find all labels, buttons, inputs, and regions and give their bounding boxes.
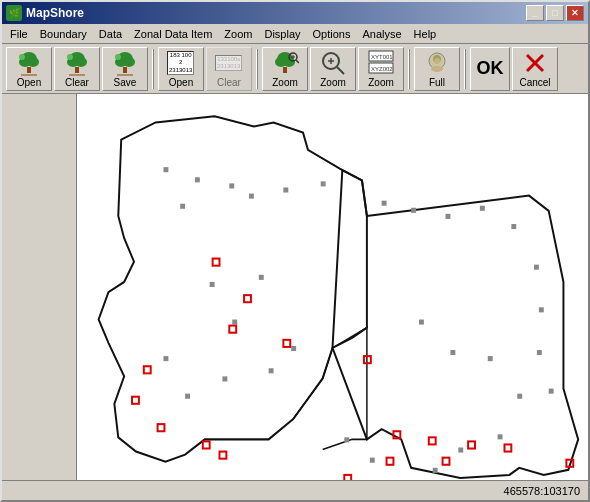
red-square [429,437,436,444]
gray-dot [259,275,264,280]
full-view-icon [423,49,451,77]
zoom-circle-label: Zoom [320,78,346,88]
gray-dot [534,265,539,270]
zonal-open-label: Open [169,78,193,88]
left-panel [2,94,77,480]
minimize-button[interactable]: _ [526,5,544,21]
zoom-circle-button[interactable]: Zoom [310,47,356,91]
gray-dot [163,356,168,361]
menu-analyse[interactable]: Analyse [356,26,407,42]
gray-dot [382,201,387,206]
gray-dot [488,356,493,361]
boundary-save-button[interactable]: Save [102,47,148,91]
menu-file[interactable]: File [4,26,34,42]
close-button[interactable]: ✕ [566,5,584,21]
gray-dot [480,206,485,211]
gray-dot [210,282,215,287]
cancel-button[interactable]: Cancel [512,47,558,91]
gray-dot [539,307,544,312]
map-container [2,94,588,480]
menu-data[interactable]: Data [93,26,128,42]
boundary-clear-button[interactable]: Clear [54,47,100,91]
gray-dot [269,368,274,373]
gray-dot [433,468,438,473]
zonal-open-button[interactable]: 183 100 22313013 Open [158,47,204,91]
tree-clear-icon [63,49,91,77]
svg-point-12 [123,57,135,67]
gray-dot [517,394,522,399]
svg-point-41 [434,58,440,64]
boundary-save-label: Save [114,78,137,88]
menu-help[interactable]: Help [408,26,443,42]
tree-open-icon [15,49,43,77]
gray-dot [291,346,296,351]
gray-dot [283,187,288,192]
boundary-right [333,170,579,478]
separator-4 [464,49,466,89]
coordinates-display: 465578:103170 [504,485,580,497]
zoom-xyz-button[interactable]: XYT001 XYZ002 Zoom [358,47,404,91]
cancel-icon [521,50,549,77]
red-square [283,340,290,347]
menu-options[interactable]: Options [307,26,357,42]
full-view-label: Full [429,78,445,88]
title-buttons: _ □ ✕ [526,5,584,21]
zonal-open-icon: 183 100 22313013 [167,50,195,77]
gray-dot [344,437,349,442]
gray-dot [232,320,237,325]
gray-dot [195,177,200,182]
zoom-in-button[interactable]: Zoom [262,47,308,91]
boundary-clear-label: Clear [65,78,89,88]
boundary-open-label: Open [17,78,41,88]
gray-dot [185,394,190,399]
zoom-xyz-icon: XYT001 XYZ002 [367,49,395,77]
red-square [158,424,165,431]
gray-dot [180,204,185,209]
separator-3 [408,49,410,89]
zonal-clear-label: Clear [217,78,241,88]
red-square [229,326,236,333]
gray-dot [419,320,424,325]
menu-boundary[interactable]: Boundary [34,26,93,42]
red-square [132,397,139,404]
red-square [443,458,450,465]
zonal-clear-button[interactable]: 133100s2313013 Clear [206,47,252,91]
svg-rect-8 [75,67,79,73]
ok-label: OK [477,58,504,79]
gray-dot [458,447,463,452]
map-area[interactable] [77,94,588,480]
svg-point-42 [431,66,443,72]
gray-dot [446,214,451,219]
maximize-button[interactable]: □ [546,5,564,21]
gray-dot [537,350,542,355]
boundary-open-button[interactable]: Open [6,47,52,91]
title-bar: 🌿 MapShore _ □ ✕ [2,2,588,24]
zoom-xyz-label: Zoom [368,78,394,88]
gray-dot [229,183,234,188]
zoom-label: Zoom [272,78,298,88]
full-view-button[interactable]: Full [414,47,460,91]
gray-dot [411,208,416,213]
map-svg [77,94,588,480]
gray-dot [249,194,254,199]
red-square [144,366,151,373]
boundary-divider [293,328,367,450]
menu-zoom[interactable]: Zoom [218,26,258,42]
toolbar: Open Clear [2,44,588,94]
main-window: 🌿 MapShore _ □ ✕ File Boundary Data Zona… [0,0,590,502]
menu-zonal-data-item[interactable]: Zonal Data Item [128,26,218,42]
red-square [504,444,511,451]
svg-point-4 [19,54,25,60]
red-square [219,452,226,459]
tree-save-icon [111,49,139,77]
gray-dot [549,389,554,394]
red-square [213,259,220,266]
zoom-tree-icon [271,49,299,77]
separator-2 [256,49,258,89]
menu-bar: File Boundary Data Zonal Data Item Zoom … [2,24,588,44]
svg-point-2 [27,57,39,67]
gray-dot [163,167,168,172]
menu-display[interactable]: Display [258,26,306,42]
ok-button[interactable]: OK [470,47,510,91]
zoom-circle-icon [319,49,347,77]
